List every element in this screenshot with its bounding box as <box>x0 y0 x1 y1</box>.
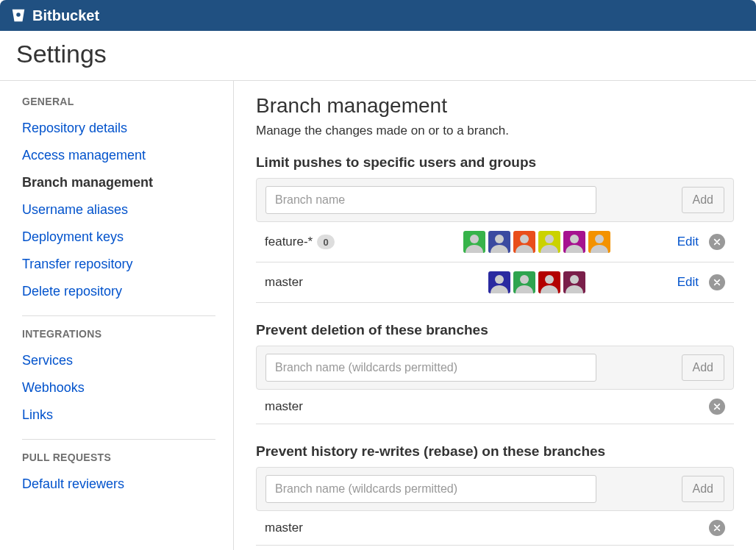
prevent-deletion-rows: master <box>256 390 734 424</box>
svg-point-0 <box>470 235 479 243</box>
prevent-deletion-row: master <box>256 390 734 424</box>
svg-point-1 <box>495 235 504 243</box>
sidebar-item-webhooks[interactable]: Webhooks <box>22 374 215 401</box>
section-title-limit-pushes: Limit pushes to specific users and group… <box>256 154 734 171</box>
prevent-rewrite-add-button[interactable]: Add <box>682 476 724 502</box>
sidebar-group-title: GENERAL <box>22 96 215 107</box>
prevent-rewrite-branch-input[interactable] <box>265 475 596 503</box>
remove-branch-button[interactable] <box>709 399 725 415</box>
avatar <box>513 271 535 293</box>
limit-pushes-add-button[interactable]: Add <box>682 187 724 213</box>
branch-name: feature-* <box>265 235 313 249</box>
brand[interactable]: Bitbucket <box>10 7 99 24</box>
brand-text: Bitbucket <box>32 7 99 24</box>
limit-pushes-rows: feature-*0EditmasterEdit <box>256 222 734 303</box>
remove-branch-button[interactable] <box>709 274 725 290</box>
branch-name: master <box>265 399 303 414</box>
branch-name: master <box>265 521 303 535</box>
prevent-rewrite-rows: master <box>256 511 734 546</box>
avatar <box>538 271 560 293</box>
sidebar-item-repository-details[interactable]: Repository details <box>22 115 215 142</box>
limit-pushes-input-row: Add <box>256 178 734 222</box>
section-title-prevent-deletion: Prevent deletion of these branches <box>256 322 734 338</box>
sidebar-group-title: INTEGRATIONS <box>22 328 215 340</box>
avatar <box>563 271 585 293</box>
branch-badge: 0 <box>317 235 335 249</box>
avatar <box>463 231 485 253</box>
avatar-list <box>404 231 670 253</box>
sidebar-item-links[interactable]: Links <box>22 401 215 429</box>
main-heading: Branch management <box>256 94 734 118</box>
sidebar-item-services[interactable]: Services <box>22 347 215 374</box>
main-content: Branch management Manage the changes mad… <box>234 81 756 550</box>
edit-button[interactable]: Edit <box>677 235 699 249</box>
avatar <box>588 231 610 253</box>
prevent-deletion-branch-input[interactable] <box>265 354 596 382</box>
prevent-deletion-input-row: Add <box>256 346 734 390</box>
sidebar-item-transfer-repository[interactable]: Transfer repository <box>22 251 215 278</box>
prevent-deletion-add-button[interactable]: Add <box>682 354 724 381</box>
branch-name: master <box>265 275 303 290</box>
avatar <box>488 271 510 293</box>
sidebar-group-title: PULL REQUESTS <box>22 451 215 463</box>
settings-sidebar: GENERALRepository detailsAccess manageme… <box>0 81 234 550</box>
row-actions: Edit <box>677 234 725 250</box>
svg-point-4 <box>570 235 579 243</box>
svg-point-2 <box>520 235 529 243</box>
limit-pushes-branch-input[interactable] <box>265 186 596 214</box>
svg-point-8 <box>545 275 554 284</box>
topbar: Bitbucket <box>0 0 756 31</box>
row-actions: Edit <box>677 274 725 290</box>
page-title-bar: Settings <box>0 31 756 81</box>
remove-branch-button[interactable] <box>709 520 725 536</box>
edit-button[interactable]: Edit <box>677 275 699 290</box>
svg-point-7 <box>520 275 529 284</box>
sidebar-item-username-aliases[interactable]: Username aliases <box>22 196 215 224</box>
sidebar-item-branch-management[interactable]: Branch management <box>22 169 215 196</box>
avatar <box>513 231 535 253</box>
prevent-rewrite-row: master <box>256 511 734 546</box>
page-title: Settings <box>16 40 740 68</box>
main-subtitle: Manage the changes made on or to a branc… <box>256 124 734 138</box>
sidebar-separator <box>22 315 215 316</box>
limit-pushes-row: masterEdit <box>256 262 734 303</box>
svg-point-9 <box>570 275 579 284</box>
sidebar-item-deployment-keys[interactable]: Deployment keys <box>22 224 215 251</box>
sidebar-separator <box>22 439 215 440</box>
svg-point-6 <box>495 275 504 284</box>
avatar <box>538 231 560 253</box>
sidebar-item-access-management[interactable]: Access management <box>22 142 215 169</box>
svg-point-3 <box>545 235 554 243</box>
limit-pushes-row: feature-*0Edit <box>256 222 734 262</box>
bitbucket-logo-icon <box>10 7 26 24</box>
avatar <box>488 231 510 253</box>
svg-point-5 <box>595 235 604 243</box>
remove-branch-button[interactable] <box>709 234 725 250</box>
sidebar-item-default-reviewers[interactable]: Default reviewers <box>22 471 215 498</box>
sidebar-item-delete-repository[interactable]: Delete repository <box>22 278 215 305</box>
avatar <box>563 231 585 253</box>
section-title-prevent-rewrite: Prevent history re-writes (rebase) on th… <box>256 443 734 460</box>
avatar-list <box>404 271 670 293</box>
prevent-rewrite-input-row: Add <box>256 467 734 511</box>
